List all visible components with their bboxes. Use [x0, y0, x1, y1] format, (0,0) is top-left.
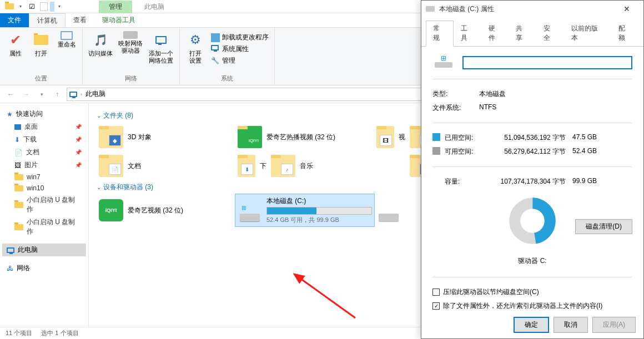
type-value: 本地磁盘: [479, 89, 506, 99]
doc-icon: 📄: [14, 149, 23, 156]
tab-computer[interactable]: 计算机: [29, 13, 66, 27]
compress-checkbox-row[interactable]: 压缩此驱动器以节约磁盘空间(C): [432, 285, 632, 299]
qat-overflow-icon[interactable]: ▾: [57, 4, 62, 9]
dtab-security[interactable]: 安全: [536, 21, 564, 46]
pic-icon: 🖼: [14, 161, 21, 169]
dtab-previous[interactable]: 以前的版本: [564, 21, 611, 46]
dtab-tools[interactable]: 工具: [454, 21, 481, 46]
forward-button[interactable]: →: [20, 88, 32, 100]
ribbon-group-location: ✔ 属性 打开 重命名 位置: [0, 28, 83, 85]
monitor-small-icon: [211, 45, 220, 54]
drive-usage-bar: [266, 207, 372, 215]
qat-drop-icon[interactable]: ▾: [18, 4, 23, 9]
drive-small-icon: [426, 6, 435, 12]
sys-props-button[interactable]: 系统属性: [210, 44, 270, 54]
gear-icon: ⚙: [187, 31, 204, 49]
qat-new-folder-icon[interactable]: [3, 1, 16, 12]
folder-name: 下: [260, 161, 266, 171]
folder-video[interactable]: 🎞视: [374, 123, 407, 151]
sidebar-network[interactable]: 🖧网络: [2, 262, 86, 275]
open-settings-button[interactable]: ⚙ 打开 设置: [183, 30, 208, 73]
up-button[interactable]: ↑: [51, 88, 63, 100]
dtab-sharing[interactable]: 共享: [509, 21, 536, 46]
checkbox-unchecked-icon[interactable]: [432, 289, 440, 296]
capacity-gb: 99.9 GB: [572, 177, 606, 186]
folder-name: 视: [399, 133, 405, 142]
folder-icon: [14, 174, 23, 180]
access-media-label: 访问媒体: [88, 50, 113, 57]
device-name: 爱奇艺视频 (32 位): [128, 206, 183, 215]
checkbox-checked-icon[interactable]: ✓: [432, 302, 440, 310]
dtab-quota[interactable]: 配额: [611, 21, 639, 46]
folder-music[interactable]: ♪音乐: [269, 151, 407, 180]
manage-button[interactable]: 🔧 管理: [210, 55, 270, 66]
sidebar-xiaobai2[interactable]: 小白启动 U 盘制作: [2, 216, 86, 238]
close-button[interactable]: ✕: [615, 1, 639, 17]
dtab-hardware[interactable]: 硬件: [481, 21, 509, 46]
qat-checkbox-icon[interactable]: ☑: [26, 1, 38, 12]
sidebar-pictures[interactable]: 🖼图片📌: [2, 159, 86, 171]
recent-dropdown[interactable]: ▾: [36, 88, 48, 100]
rename-button[interactable]: 重命名: [54, 30, 79, 73]
qat-color-icon[interactable]: [50, 2, 54, 12]
sidebar-win10[interactable]: win10: [2, 183, 86, 194]
monitor-icon: [152, 31, 170, 49]
folder-downloads[interactable]: ⬇下: [235, 151, 269, 180]
device-iqiyi[interactable]: iQIYI 爱奇艺视频 (32 位): [97, 194, 235, 226]
sidebar-desktop[interactable]: 桌面📌: [2, 120, 86, 133]
qat-doc-icon[interactable]: [40, 2, 48, 11]
wrench-icon: 🔧: [211, 57, 220, 65]
disk-cleanup-button[interactable]: 磁盘清理(D): [575, 219, 632, 234]
uninstall-button[interactable]: 卸载或更改程序: [210, 32, 270, 43]
sys-props-label: 系统属性: [222, 44, 249, 54]
sidebar-pictures-label: 图片: [24, 160, 38, 170]
drive-c[interactable]: ⊞ 本地磁盘 (C:) 52.4 GB 可用，共 99.9 GB: [235, 194, 374, 226]
drive-name-input[interactable]: [462, 56, 632, 69]
group-location-label: 位置: [3, 73, 79, 84]
folder-open-icon: [32, 31, 50, 49]
folder-3d[interactable]: ◆3D 对象: [97, 123, 235, 151]
sidebar-downloads-label: 下载: [23, 135, 37, 144]
sidebar-quick-access[interactable]: ★ 快速访问: [2, 108, 86, 120]
sidebar-xiaobai1[interactable]: 小白启动 U 盘制作: [2, 194, 86, 216]
tab-drive-tools[interactable]: 驱动器工具: [94, 13, 143, 27]
folder-icon: [14, 185, 23, 191]
pin-icon: 📌: [75, 162, 82, 168]
sidebar-quick-label: 快速访问: [16, 109, 43, 119]
usage-pie-chart: [509, 198, 556, 244]
pc-icon: [69, 92, 77, 97]
drive-other[interactable]: [374, 194, 407, 226]
dtab-general[interactable]: 常规: [426, 21, 454, 47]
dialog-body: ⊞ 类型:本地磁盘 文件系统:NTFS 已用空间: 51,094,536,192…: [421, 47, 643, 338]
capacity-label: 容量:: [445, 177, 484, 186]
cancel-button[interactable]: 取消: [554, 317, 588, 333]
sidebar-thispc[interactable]: 此电脑: [2, 244, 86, 256]
access-media-button[interactable]: 🎵 访问媒体: [86, 30, 115, 73]
uninstall-label: 卸载或更改程序: [222, 33, 269, 42]
free-color-swatch: [432, 147, 440, 155]
download-icon: ⬇: [14, 136, 20, 144]
sidebar-documents[interactable]: 📄文档📌: [2, 146, 86, 159]
sidebar-win7[interactable]: win7: [2, 171, 86, 183]
iqiyi-icon: iQIYI: [238, 126, 262, 148]
tab-view[interactable]: 查看: [66, 13, 94, 27]
tab-file[interactable]: 文件: [0, 13, 29, 27]
properties-button[interactable]: ✔ 属性: [3, 30, 28, 73]
folder-documents[interactable]: 📄文档: [97, 151, 235, 180]
apply-button[interactable]: 应用(A): [592, 317, 636, 333]
type-label: 类型:: [432, 89, 479, 99]
folder-icon: [14, 224, 23, 230]
sidebar-downloads[interactable]: ⬇下载📌: [2, 133, 86, 146]
open-button[interactable]: 打开: [29, 30, 53, 73]
map-network-button[interactable]: 映射网络 驱动器: [116, 30, 145, 73]
ok-button[interactable]: 确定: [514, 317, 549, 333]
folder-iqiyi[interactable]: iQIYI爱奇艺热播视频 (32 位): [235, 123, 374, 151]
folder-name: 文档: [128, 161, 141, 171]
status-selected: 选中 1 个项目: [41, 329, 78, 337]
folders-header-label: 文件夹 (8): [103, 111, 133, 120]
breadcrumb-thispc[interactable]: 此电脑: [85, 89, 105, 99]
back-button[interactable]: ←: [4, 88, 17, 100]
add-network-button[interactable]: 添加一个 网络位置: [146, 30, 176, 73]
properties-label: 属性: [9, 50, 22, 57]
context-tab-manage[interactable]: 管理: [99, 1, 132, 13]
